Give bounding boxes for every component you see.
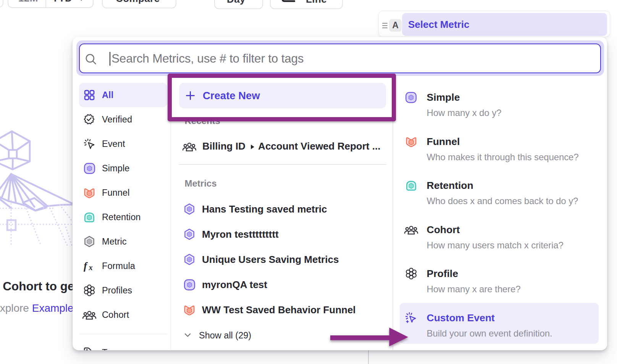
svg-text:x: x [88, 263, 92, 272]
svg-text:f: f [84, 260, 88, 272]
